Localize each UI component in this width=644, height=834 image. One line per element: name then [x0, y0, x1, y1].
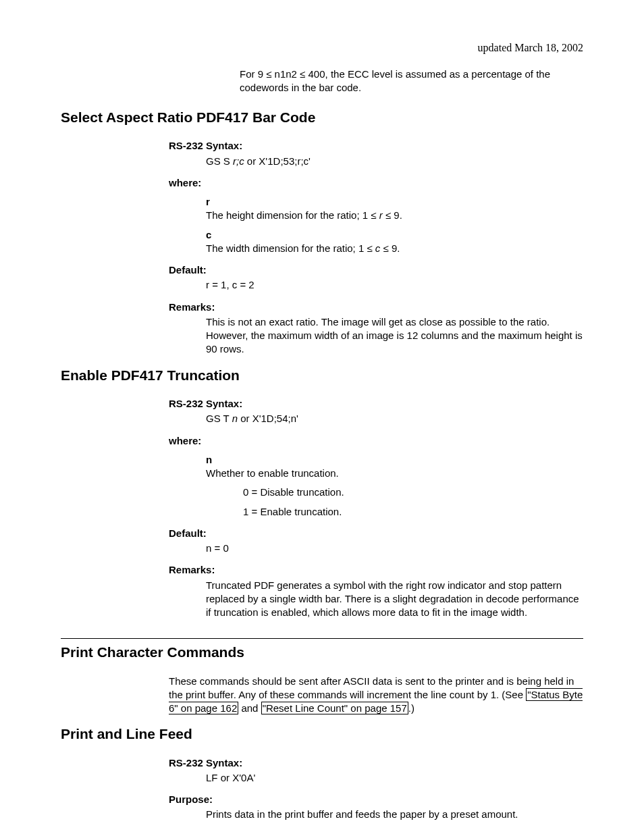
param-opt-0: 0 = Disable truncation. — [243, 486, 583, 499]
section-title-print-char: Print Character Commands — [61, 643, 583, 662]
syntax-body-4: LF or X'0A' — [206, 771, 583, 785]
remarks-label: Remarks: — [169, 301, 583, 314]
default-body: r = 1, c = 2 — [206, 278, 583, 292]
default-body-2: n = 0 — [206, 542, 583, 555]
syntax-ital: r;c — [233, 155, 244, 167]
intro-paragraph: For 9 ≤ n1n2 ≤ 400, the ECC level is ass… — [240, 68, 583, 95]
header-date: updated March 18, 2002 — [61, 41, 583, 55]
syntax-post: or X'1D;53;r;c' — [244, 155, 311, 167]
param-row-r: r The height dimension for the ratio; 1 … — [206, 195, 583, 223]
section-title-aspect-ratio: Select Aspect Ratio PDF417 Bar Code — [61, 108, 583, 127]
syntax-label-4: RS-232 Syntax: — [169, 756, 583, 770]
syntax2-ital: n — [232, 413, 238, 424]
section-title-print-line-feed: Print and Line Feed — [61, 725, 583, 744]
syntax2-pre: GS T — [206, 413, 232, 424]
c-desc-post: ≤ 9. — [380, 242, 400, 254]
param-key-c: c — [206, 228, 243, 242]
r-desc-post: ≤ 9. — [383, 209, 402, 221]
purpose-label: Purpose: — [169, 793, 583, 806]
syntax-label: RS-232 Syntax: — [169, 139, 583, 153]
where-label-2: where: — [169, 434, 583, 448]
param-desc-c: The width dimension for the ratio; 1 ≤ c… — [206, 242, 543, 255]
param-key-r: r — [206, 195, 243, 209]
syntax2-post: or X'1D;54;n' — [238, 413, 298, 424]
syntax-body: GS S r;c or X'1D;53;r;c' — [206, 155, 583, 168]
param-desc-r: The height dimension for the ratio; 1 ≤ … — [206, 209, 543, 222]
default-label-2: Default: — [169, 527, 583, 540]
param-key-n: n — [206, 453, 243, 467]
r-desc-pre: The height dimension for the ratio; 1 ≤ — [206, 209, 379, 221]
syntax-label-2: RS-232 Syntax: — [169, 397, 583, 411]
section-title-truncation: Enable PDF417 Truncation — [61, 366, 583, 385]
syntax-pre: GS S — [206, 155, 233, 167]
syntax-body-2: GS T n or X'1D;54;n' — [206, 412, 583, 425]
remarks-body: This is not an exact ratio. The image wi… — [206, 315, 583, 357]
default-label: Default: — [169, 263, 583, 277]
param-row-c: c The width dimension for the ratio; 1 ≤… — [206, 228, 583, 256]
purpose-body: Prints data in the print buffer and feed… — [206, 808, 583, 821]
where-label: where: — [169, 176, 583, 190]
param-desc-n: Whether to enable truncation. — [206, 467, 543, 480]
body-pre: These commands should be sent after ASCI… — [169, 675, 574, 700]
param-row-n: n Whether to enable truncation. — [206, 453, 583, 481]
c-desc-pre: The width dimension for the ratio; 1 ≤ — [206, 242, 375, 254]
horizontal-rule — [61, 638, 583, 639]
param-opt-1: 1 = Enable truncation. — [243, 505, 583, 519]
print-char-body: These commands should be sent after ASCI… — [169, 675, 583, 716]
remarks-label-2: Remarks: — [169, 563, 583, 577]
xref-reset-line-count[interactable]: "Reset Line Count" on page 157 — [261, 702, 408, 714]
body-mid: and — [238, 702, 261, 714]
remarks-body-2: Truncated PDF generates a symbol with th… — [206, 579, 583, 620]
body-post: .) — [408, 702, 414, 714]
